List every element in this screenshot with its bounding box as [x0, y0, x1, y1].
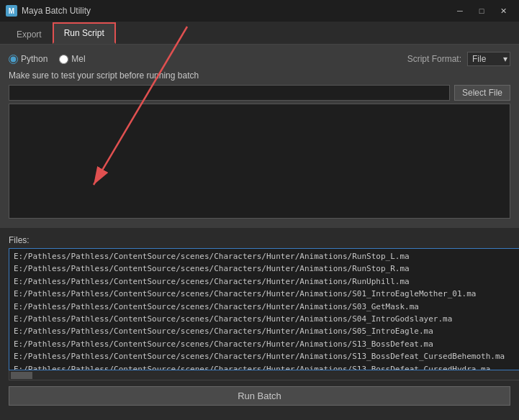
run-batch-bar: Run Batch — [0, 380, 519, 411]
mel-label: Mel — [71, 54, 85, 64]
list-item: E:/Pathless/Pathless/ContentSource/scene… — [11, 275, 519, 288]
list-item: E:/Pathless/Pathless/ContentSource/scene… — [11, 301, 519, 313]
scroll-thumb — [11, 372, 32, 379]
select-file-button[interactable]: Select File — [454, 85, 510, 101]
python-radio-label[interactable]: Python — [9, 54, 48, 64]
format-label: Script Format: — [407, 54, 461, 64]
maximize-button[interactable]: □ — [471, 4, 492, 18]
mel-radio-label[interactable]: Mel — [59, 54, 85, 64]
list-item: E:/Pathless/Pathless/ContentSource/scene… — [11, 325, 519, 337]
script-path-row: Select File — [9, 85, 510, 101]
files-section: Files: E:/Pathless/Pathless/ContentSourc… — [0, 228, 519, 380]
warning-text: Make sure to test your script before run… — [9, 70, 510, 81]
python-label: Python — [21, 54, 48, 64]
list-item: E:/Pathless/Pathless/ContentSource/scene… — [11, 350, 519, 362]
tab-bar: Export Run Script — [0, 22, 519, 45]
list-item: E:/Pathless/Pathless/ContentSource/scene… — [11, 313, 519, 325]
files-label: Files: — [9, 235, 510, 245]
script-options-row: Python Mel Script Format: File String — [9, 52, 510, 66]
files-list-container: E:/Pathless/Pathless/ContentSource/scene… — [9, 248, 519, 380]
title-bar: M Maya Batch Utility ─ □ ✕ — [0, 0, 519, 22]
app-icon: M — [6, 5, 17, 17]
list-item: E:/Pathless/Pathless/ContentSource/scene… — [11, 262, 519, 275]
radio-group: Python Mel — [9, 54, 86, 64]
window-title: Maya Batch Utility — [22, 6, 450, 16]
files-row: E:/Pathless/Pathless/ContentSource/scene… — [9, 248, 510, 380]
list-item: E:/Pathless/Pathless/ContentSource/scene… — [11, 363, 519, 370]
minimize-button[interactable]: ─ — [450, 4, 470, 18]
script-textarea[interactable] — [9, 104, 510, 219]
list-item: E:/Pathless/Pathless/ContentSource/scene… — [11, 338, 519, 350]
window-controls: ─ □ ✕ — [450, 4, 513, 18]
python-radio[interactable] — [9, 55, 18, 64]
format-select[interactable]: File String — [467, 52, 510, 66]
main-content: Python Mel Script Format: File String Ma… — [0, 45, 519, 228]
mel-radio[interactable] — [59, 55, 68, 64]
list-item: E:/Pathless/Pathless/ContentSource/scene… — [11, 288, 519, 300]
list-item: E:/Pathless/Pathless/ContentSource/scene… — [11, 250, 519, 262]
app-window: M Maya Batch Utility ─ □ ✕ Export Run Sc… — [0, 0, 519, 411]
close-button[interactable]: ✕ — [493, 4, 513, 18]
run-batch-button[interactable]: Run Batch — [9, 386, 510, 406]
horizontal-scrollbar[interactable] — [9, 370, 519, 380]
format-select-wrapper: File String — [467, 52, 510, 66]
script-path-input[interactable] — [9, 85, 450, 101]
tab-runscript[interactable]: Run Script — [53, 22, 116, 44]
tab-export[interactable]: Export — [6, 24, 53, 44]
files-list[interactable]: E:/Pathless/Pathless/ContentSource/scene… — [9, 248, 519, 370]
